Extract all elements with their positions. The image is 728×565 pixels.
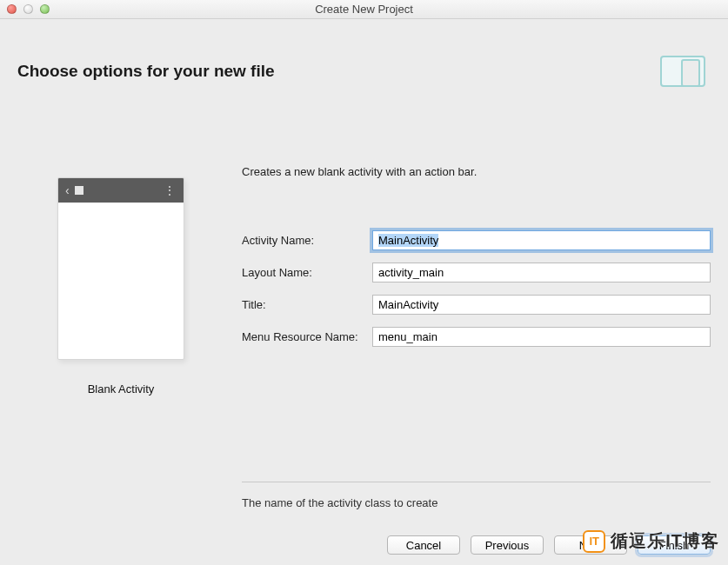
menu-resource-name-input[interactable] [372,327,711,347]
title-squiggle-icon: ~~~~ [89,188,158,193]
label-activity-name: Activity Name: [242,234,372,247]
label-layout-name: Layout Name: [242,266,372,279]
minimize-window-button[interactable] [23,4,33,14]
row-menu-resource-name: Menu Resource Name: [242,327,711,347]
footer-area: The name of the activity class to create… [242,482,711,555]
next-button[interactable]: Next [554,535,627,555]
form-column: Creates a new blank activity with an act… [242,87,728,396]
footer-divider [242,482,711,482]
finish-button[interactable]: Finish [638,535,711,555]
label-menu-resource-name: Menu Resource Name: [242,330,372,343]
zoom-window-button[interactable] [40,4,50,14]
previous-button[interactable]: Previous [471,535,544,555]
thumbnail-actionbar: ‹ ~~~~ ⋮ [58,178,184,203]
label-title: Title: [242,298,372,311]
close-window-button[interactable] [7,4,17,14]
template-preview-column: ‹ ~~~~ ⋮ Blank Activity [0,87,242,396]
window-controls [7,4,50,14]
dialog-content: Choose options for your new file ‹ ~~~~ … [0,19,728,565]
window-title: Create New Project [0,3,728,16]
cancel-button[interactable]: Cancel [387,535,460,555]
devices-icon [660,56,705,87]
activity-name-input[interactable] [372,230,711,250]
layout-name-input[interactable] [372,263,711,282]
template-description: Creates a new blank activity with an act… [242,165,711,178]
page-title: Choose options for your new file [17,62,275,81]
template-thumbnail: ‹ ~~~~ ⋮ [57,177,184,360]
row-title: Title: [242,295,711,315]
header-row: Choose options for your new file [0,19,728,87]
row-layout-name: Layout Name: [242,263,711,282]
app-icon-placeholder [75,186,83,195]
template-thumbnail-label: Blank Activity [57,382,184,396]
window-titlebar: Create New Project [0,0,728,19]
row-activity-name: Activity Name: [242,230,711,250]
title-input[interactable] [372,295,711,315]
overflow-menu-icon: ⋮ [164,183,177,197]
wizard-button-row: Cancel Previous Next Finish [242,535,711,555]
field-hint: The name of the activity class to create [242,496,711,509]
back-arrow-icon: ‹ [65,183,70,197]
